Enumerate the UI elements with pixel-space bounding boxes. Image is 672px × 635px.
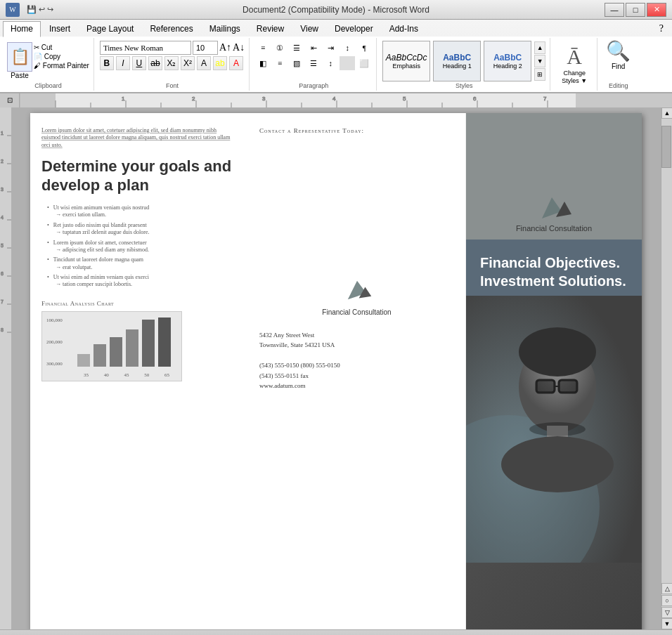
ruler-corner: ⊡ — [0, 93, 20, 107]
maximize-button[interactable]: □ — [626, 3, 645, 17]
para-row1: ≡ ① ☰ ⇤ ⇥ ↕ ¶ — [255, 41, 372, 55]
cut-button[interactable]: ✂ Cut — [34, 44, 89, 51]
text-effects-button[interactable]: A — [197, 56, 211, 70]
font-name-input[interactable]: Times New Roman — [100, 41, 191, 55]
list-item: Lorem ipsum dolor sit amet, consectetuer… — [47, 240, 237, 254]
tab-addins[interactable]: Add-Ins — [382, 21, 426, 37]
styles-scroll-up[interactable]: ▲ — [534, 41, 545, 54]
horizontal-ruler: 1 2 3 4 5 6 7 — [20, 93, 672, 107]
sort-button[interactable]: ↕ — [340, 41, 355, 55]
tab-page-layout[interactable]: Page Layout — [79, 21, 141, 37]
bold-button[interactable]: B — [100, 56, 114, 70]
align-left-button[interactable]: ◧ — [255, 56, 271, 70]
ribbon-tabs: Home Insert Page Layout References Maili… — [0, 20, 672, 37]
address-block: 5432 Any Street West Townsville, State 5… — [259, 330, 454, 391]
superscript-button[interactable]: X² — [181, 56, 195, 70]
tab-home[interactable]: Home — [3, 21, 41, 37]
line-spacing-button[interactable]: ↕ — [323, 56, 338, 70]
right-top: Financial Consultation — [466, 113, 642, 240]
bullets-button[interactable]: ≡ — [255, 41, 271, 55]
heading1-sample: AaBbC — [443, 53, 471, 63]
main-heading: Determine your goals and develop a plan — [41, 157, 237, 195]
increase-indent-button[interactable]: ⇥ — [323, 41, 338, 55]
grow-font-button[interactable]: A↑ — [219, 42, 231, 53]
strikethrough-button[interactable]: ab — [148, 56, 162, 70]
scroll-track — [661, 119, 672, 583]
subscript-button[interactable]: X₂ — [164, 56, 179, 70]
svg-text:2: 2 — [192, 96, 195, 102]
svg-point-54 — [519, 327, 596, 377]
styles-more[interactable]: ⊞ — [534, 68, 545, 81]
scroll-next-page[interactable]: ▽ — [661, 607, 672, 618]
format-painter-button[interactable]: 🖌 Format Painter — [34, 62, 89, 70]
heading1-style[interactable]: AaBbC Heading 1 — [433, 41, 481, 81]
ribbon-help[interactable]: ? — [654, 21, 669, 37]
svg-text:6: 6 — [473, 96, 477, 102]
phone1: (543) 555-0150 (800) 555-0150 — [259, 360, 454, 370]
right-logo-label: Financial Consultation — [516, 224, 592, 233]
tab-review[interactable]: Review — [249, 21, 292, 37]
styles-label: Styles — [455, 82, 473, 89]
shrink-font-button[interactable]: A↓ — [233, 42, 245, 53]
svg-rect-2 — [576, 93, 672, 107]
minimize-button[interactable]: — — [605, 3, 624, 17]
italic-button[interactable]: I — [116, 56, 130, 70]
svg-rect-52 — [537, 381, 554, 392]
underline-button[interactable]: U — [132, 56, 146, 70]
align-center-button[interactable]: ≡ — [272, 56, 287, 70]
font-size-input[interactable]: 10 — [193, 41, 218, 55]
show-marks-button[interactable]: ¶ — [356, 41, 372, 55]
heading2-style[interactable]: AaBbC Heading 2 — [484, 41, 531, 81]
copy-button[interactable]: 📄 Copy — [34, 53, 89, 60]
scroll-up-button[interactable]: ▲ — [661, 107, 672, 119]
scroll-prev-page[interactable]: △ — [661, 583, 672, 594]
tab-references[interactable]: References — [142, 21, 200, 37]
tab-view[interactable]: View — [292, 21, 326, 37]
right-logo-icon — [536, 189, 571, 224]
styles-scroll-down[interactable]: ▼ — [534, 55, 545, 67]
phone2: (543) 555-0151 fax — [259, 371, 454, 381]
title-bar-controls[interactable]: — □ ✕ — [605, 3, 666, 17]
street-address: 5432 Any Street West — [259, 330, 454, 340]
change-styles-button[interactable]: Ā ChangeStyles ▼ — [556, 44, 593, 85]
tab-insert[interactable]: Insert — [41, 21, 78, 37]
find-icon: 🔍 — [606, 39, 631, 63]
font-color-button[interactable]: A — [229, 56, 243, 70]
font-row1: Times New Roman 10 A↑ A↓ — [100, 41, 245, 55]
numbering-button[interactable]: ① — [272, 41, 287, 55]
find-button[interactable]: 🔍 Find — [606, 39, 631, 70]
svg-text:4: 4 — [332, 96, 336, 102]
svg-text:3: 3 — [262, 96, 266, 102]
svg-text:3: 3 — [1, 187, 4, 192]
city-address: Townsville, State 54321 USA — [259, 340, 454, 350]
tab-mailings[interactable]: Mailings — [202, 21, 248, 37]
contact-heading: Contact a Representative Today: — [259, 127, 454, 134]
editing-label: Editing — [609, 82, 628, 89]
doc-right-column: Financial Consultation Financial Objecti… — [466, 113, 642, 629]
borders-button[interactable]: ⬜ — [356, 56, 372, 70]
ribbon-content: 📋 Paste ✂ Cut 📄 Copy 🖌 Format Painter Cl… — [0, 37, 672, 93]
multilevel-button[interactable]: ☰ — [289, 41, 304, 55]
middle-logo-label: Financial Consultation — [322, 308, 391, 316]
align-right-button[interactable]: ▧ — [289, 56, 304, 70]
justify-button[interactable]: ☰ — [306, 56, 321, 70]
highlight-button[interactable]: ab — [213, 56, 227, 70]
heading2-sample: AaBbC — [493, 53, 522, 63]
scroll-select[interactable]: ○ — [661, 595, 672, 606]
emphasis-style[interactable]: AaBbCcDc Emphasis — [382, 41, 430, 81]
shading-button[interactable] — [340, 56, 355, 70]
clipboard-area: 📋 Paste ✂ Cut 📄 Copy 🖌 Format Painter — [7, 39, 89, 82]
font-row2: B I U ab X₂ X² A ab A — [100, 56, 243, 70]
paste-button[interactable]: 📋 Paste — [7, 42, 32, 79]
close-button[interactable]: ✕ — [647, 3, 666, 17]
change-styles-label: ChangeStyles ▼ — [562, 70, 587, 85]
scroll-thumb[interactable] — [661, 126, 671, 168]
svg-text:8: 8 — [1, 327, 4, 332]
right-headline-text: Financial Objectives.Investment Solution… — [480, 254, 635, 290]
paste-label: Paste — [11, 72, 29, 79]
svg-point-57 — [529, 422, 586, 436]
scroll-down-button[interactable]: ▼ — [661, 618, 672, 629]
tab-developer[interactable]: Developer — [327, 21, 381, 37]
decrease-indent-button[interactable]: ⇤ — [306, 41, 321, 55]
chart-bar — [142, 320, 155, 367]
